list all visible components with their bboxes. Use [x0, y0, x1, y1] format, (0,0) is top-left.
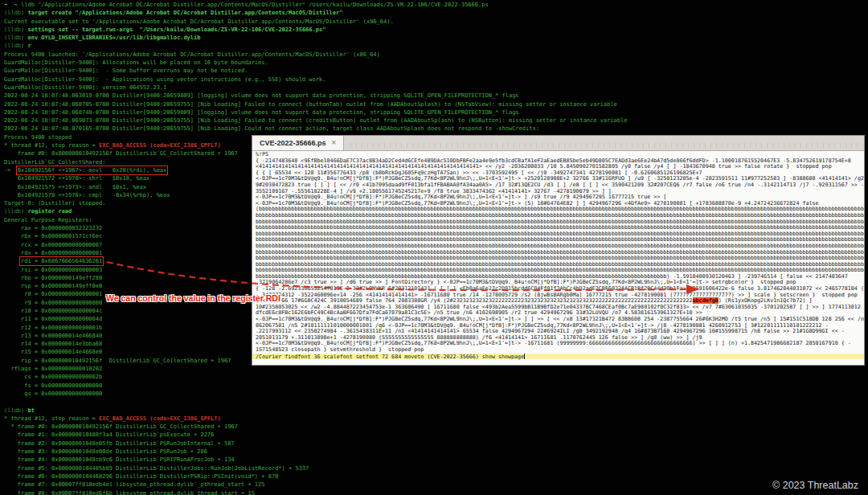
terminal-text: env DYLD_INSERT_LIBRARIES=/usr/lib/libgm…: [28, 35, 201, 41]
terminal-line: frame #5: 0x0000000104405b89 DistillerLi…: [4, 464, 627, 472]
faulting-instruction-box: 0x10492156f <+1967>: movl 0x28(%rdi), %e…: [18, 167, 166, 174]
terminal-line: frame #8: 0x00007ff810ed6f6b libsystem_p…: [4, 489, 627, 495]
terminal-text: gs = 0x0000000000000000: [4, 391, 102, 397]
terminal-text: General Purpose Registers:: [4, 217, 92, 223]
terminal-text: 0x104921578 <+1976>: cmpl -0x34(%rbp), %…: [4, 192, 170, 198]
terminal-text: 2022-08-24 18:07:48.063019-0700 Distille…: [4, 92, 519, 99]
terminal-text: Target 0: (Distiller) stopped.: [4, 200, 105, 207]
terminal-text: 2022-08-24 18:07:48.070165-0700 Distille…: [4, 125, 539, 132]
terminal-text: rax = 0x0000000032323232: [4, 225, 102, 231]
terminal-line: frame #6: 0x0000000104468296 DistillerLi…: [4, 472, 627, 481]
terminal-line: frame #3: 0x00000001048e00de DistillerLi…: [4, 448, 627, 456]
terminal-text: rdx = 0x0000000000000001: [4, 250, 102, 256]
terminal-text: frame #5: 0x0000000104405b89 DistillerLi…: [4, 465, 309, 472]
terminal-text: ->: [4, 167, 18, 174]
terminal-text: frame #4: 0x00000001048cb9c6 DistillerLi…: [4, 456, 235, 463]
terminal-text: [4, 258, 21, 264]
terminal-text: (lldb): [4, 35, 28, 41]
terminal-text: settings set -- target.run-args "/Users/…: [28, 27, 326, 33]
terminal-text: frame #0: 0x000000010492156f DistillerLi…: [4, 150, 238, 157]
terminal-line: 2022-08-24 18:07:48.068748-0700 Distille…: [4, 108, 627, 117]
terminal-text: r: [28, 43, 31, 49]
terminal-text: rbp = 0x0000000149eff280: [4, 275, 102, 281]
copyright-label: © 2023 ThreatLabz: [772, 480, 858, 491]
terminal-line: ➜ ~ lldb "/Applications/Adobe Acrobat DC…: [4, 1, 627, 9]
terminal-text: GuardMalloc[Distiller-9400]: - Applicati…: [4, 76, 326, 83]
terminal-line: (lldb) settings set -- target.run-args "…: [4, 26, 627, 34]
terminal-text: Current executable set to '/Applications…: [4, 18, 394, 25]
terminal-text: GuardMalloc[Distiller-9400]: - Some buff…: [4, 68, 248, 74]
file-tab-label: CVE-2022-35666.ps: [260, 139, 326, 147]
terminal-line: (lldb) env DYLD_INSERT_LIBRARIES=/usr/li…: [4, 34, 627, 42]
terminal-line: frame #2: 0x00000001048e05fb DistillerLi…: [4, 440, 627, 448]
terminal-line: frame #1: 0x000000010488f3a4 DistillerLi…: [4, 431, 627, 439]
editor-window: CVE-2022-35666.ps × %!PS{ -2147483648 <9…: [252, 135, 865, 366]
terminal-text: rip = 0x000000010492156f DistillerLib`GC…: [4, 358, 231, 364]
terminal-text: ➜ ~: [4, 2, 21, 8]
terminal-line: 2022-08-24 18:07:48.068705-0700 Distille…: [4, 100, 627, 108]
terminal-text: (lldb): [4, 43, 28, 49]
terminal-text: r12 = 0x000000000000001b: [4, 325, 102, 331]
terminal-text: Process 9400 launched: '/Applications/Ad…: [4, 51, 380, 58]
terminal-text: frame #1: 0x000000010488f3a4 DistillerLi…: [4, 432, 214, 438]
terminal-line: frame #4: 0x00000001048cb9c6 DistillerLi…: [4, 456, 627, 464]
terminal-line: (lldb) target create "/Applications/Adob…: [4, 9, 627, 17]
terminal-line: * frame #0: 0x000000010492156f Distiller…: [4, 423, 627, 431]
terminal-text: register read: [28, 208, 72, 215]
terminal-line: 2022-08-24 18:07:48.070165-0700 Distille…: [4, 125, 627, 133]
terminal-text: frame #6: 0x0000000104468296 DistillerLi…: [4, 473, 278, 480]
terminal-text: GuardMalloc[Distiller-9400]: version 064…: [4, 84, 166, 91]
terminal-text: rcx = 0x0000000000000007: [4, 242, 102, 248]
editor-tab-bar[interactable]: CVE-2022-35666.ps ×: [252, 136, 864, 151]
terminal-text: r8 = 0x0000000000000001: [4, 291, 102, 297]
terminal-line: Process 9400 launched: '/Applications/Ad…: [4, 51, 627, 59]
terminal-text: DistillerLib`GC_CollectShared:: [4, 159, 105, 166]
terminal-text: GuardMalloc[Distiller-9400]: Allocations…: [4, 59, 268, 66]
terminal-line: GuardMalloc[Distiller-9400]: version 064…: [4, 84, 627, 92]
terminal-text: frame #8: 0x00007ff810ed6f6b libsystem_p…: [4, 490, 255, 495]
terminal-text: rsp = 0x0000000149eff0e0: [4, 283, 102, 289]
text-cursor: [524, 354, 525, 359]
terminal-line: 2022-08-24 18:07:48.063019-0700 Distille…: [4, 92, 627, 100]
terminal-line: 2022-08-24 18:07:48.069073-0700 Distille…: [4, 117, 627, 125]
terminal-text: r11 = 0x000000000000004d: [4, 316, 102, 322]
file-tab[interactable]: CVE-2022-35666.ps ×: [252, 136, 344, 150]
terminal-text: r9 = 0x0000000000000000: [4, 300, 102, 306]
terminal-line: (lldb) bt: [4, 407, 627, 415]
terminal-text: 0x104921572 <+1970>: shrl $0x18, %eax: [4, 175, 149, 182]
terminal-line: * thread #12, stop reason = EXC_BAD_ACCE…: [4, 415, 627, 423]
terminal-text: frame #3: 0x00000001048e00de DistillerLi…: [4, 448, 207, 455]
terminal-text: EXC_BAD_ACCESS (code=EXC_I386_GPFLT): [99, 142, 221, 149]
screenshot-root: ➜ ~ lldb "/Applications/Adobe Acrobat DC…: [0, 0, 868, 495]
terminal-text: * thread #12, stop reason =: [4, 142, 99, 149]
terminal-line: GuardMalloc[Distiller-9400]: - Applicati…: [4, 76, 627, 84]
terminal-line: (lldb) r: [4, 42, 627, 50]
annotation-text: We can control the value in the register…: [106, 293, 280, 303]
terminal-text: (lldb): [4, 407, 28, 414]
terminal-line: [4, 398, 627, 406]
terminal-line: Current executable set to '/Applications…: [4, 18, 627, 26]
terminal-text: cs = 0x000000000000002b: [4, 374, 102, 380]
column-ruler: [350, 143, 858, 148]
terminal-text: target create "/Applications/Adobe Acrob…: [28, 10, 343, 16]
terminal-text: 2022-08-24 18:07:48.068748-0700 Distille…: [4, 109, 519, 116]
terminal-line: GuardMalloc[Distiller-9400]: Allocations…: [4, 59, 627, 67]
terminal-text: 2022-08-24 18:07:48.069073-0700 Distille…: [4, 117, 627, 124]
terminal-text: EXC_BAD_ACCESS (code=EXC_I386_GPFLT): [99, 415, 221, 422]
terminal-text: rbx = 0x00000001571cf6ec: [4, 233, 102, 239]
terminal-line: fs = 0x0000000000000000: [4, 382, 627, 390]
rdi-register-box: rdi = 0x6867666564636261: [21, 258, 102, 264]
terminal-line: cs = 0x000000000000002b: [4, 373, 627, 381]
terminal-text: * thread #12, stop reason =: [4, 415, 99, 422]
terminal-text: bt: [28, 407, 35, 414]
terminal-text: * frame #0: 0x000000010492156f Distiller…: [4, 423, 238, 430]
terminal-text: lldb "/Applications/Adobe Acrobat DC/Acr…: [21, 2, 489, 8]
terminal-text: fs = 0x0000000000000000: [4, 382, 102, 389]
close-icon[interactable]: ×: [332, 139, 337, 147]
terminal-line: GuardMalloc[Distiller-9400]: - Some buff…: [4, 67, 627, 75]
terminal-text: r10 = 0x000000000000004c: [4, 308, 102, 314]
terminal-text: (lldb): [4, 27, 28, 33]
terminal-text: 2022-08-24 18:07:48.068705-0700 Distille…: [4, 101, 617, 108]
terminal-line: frame #7: 0x00007ff810edb4e1 libsystem_p…: [4, 481, 627, 489]
ps-file-content[interactable]: %!PS{ -2147483648 <9EfBbe10466DaE7C37ac8…: [252, 151, 864, 366]
